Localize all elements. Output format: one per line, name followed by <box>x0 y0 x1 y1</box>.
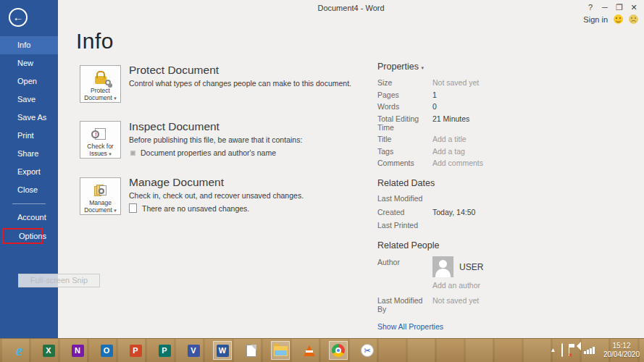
prop-label: Total Editing Time <box>377 114 432 132</box>
sidebar-item-share[interactable]: Share <box>0 145 58 163</box>
sidebar-item-save-as[interactable]: Save As <box>0 109 58 127</box>
chevron-down-icon: ▾ <box>421 65 424 70</box>
manage-bullet-row[interactable]: There are no unsaved changes. <box>130 204 304 213</box>
last-modified-by-label: Last Modified By <box>377 296 432 313</box>
chevron-down-icon: ▾ <box>114 96 117 101</box>
properties-header[interactable]: Properties ▾ <box>377 62 540 72</box>
prop-label: Tags <box>377 147 432 156</box>
smiley-sad-icon[interactable] <box>629 14 638 24</box>
volume-icon[interactable] <box>575 344 578 357</box>
avatar[interactable] <box>432 256 453 277</box>
file-explorer-icon[interactable] <box>271 341 290 360</box>
minimize-button[interactable]: ─ <box>598 0 612 14</box>
clock[interactable]: 15:12 20/04/2020 <box>603 342 640 359</box>
chevron-down-icon: ▾ <box>109 151 112 156</box>
sign-in-link[interactable]: Sign in <box>583 15 608 24</box>
related-people-heading: Related People <box>377 240 540 251</box>
internet-explorer-icon[interactable]: e <box>10 341 29 360</box>
prop-value-editing-time: 21 Minutes <box>432 114 540 132</box>
close-button[interactable]: ✕ <box>627 0 641 14</box>
manage-bullet-text: There are no unsaved changes. <box>142 204 249 213</box>
sidebar-item-options[interactable]: Options <box>2 228 43 244</box>
date-value-last-printed <box>432 221 540 230</box>
help-button[interactable]: ? <box>583 0 598 14</box>
magnifier-icon <box>99 188 104 194</box>
prop-add-comments[interactable]: Add comments <box>432 159 540 167</box>
check-for-issues-button[interactable]: Check for Issues ▾ <box>80 121 121 159</box>
prop-value-pages: 1 <box>432 90 540 99</box>
lock-key-icon <box>95 76 106 84</box>
window-controls: ? ─ ❐ ✕ <box>583 0 641 14</box>
prop-label: Pages <box>377 90 432 99</box>
manage-document-button[interactable]: Manage Document ▾ <box>80 177 121 215</box>
restore-button[interactable]: ❐ <box>612 0 627 14</box>
vlc-icon[interactable] <box>300 341 319 360</box>
date-label: Created <box>377 208 432 216</box>
date-label: Last Printed <box>377 221 432 230</box>
sidebar-item-info[interactable]: Info <box>0 36 58 54</box>
word-icon[interactable]: W <box>213 341 232 360</box>
author-name: USER <box>459 262 483 272</box>
title-bar: Document4 - Word ? ─ ❐ ✕ <box>58 0 644 16</box>
sidebar-item-export[interactable]: Export <box>0 163 58 181</box>
sidebar-item-account[interactable]: Account <box>0 209 58 227</box>
show-all-properties-link[interactable]: Show All Properties <box>377 322 540 331</box>
back-button[interactable]: ← <box>9 8 28 27</box>
inspect-bullet-row: Document properties and author's name <box>130 148 302 157</box>
action-center-flag-icon[interactable] <box>569 344 569 357</box>
inspect-document-description: Before publishing this file, be aware th… <box>129 135 302 144</box>
network-signal-icon[interactable] <box>584 347 595 354</box>
smiley-happy-icon[interactable] <box>614 14 623 24</box>
tray-device-icon[interactable] <box>561 344 563 357</box>
inspect-document-section: Inspect Document Before publishing this … <box>129 120 302 157</box>
date-value-created: Today, 14:50 <box>432 208 540 216</box>
taskbar-apps: e X N O P P V W ✂ <box>10 341 377 360</box>
prop-value-size: Not saved yet <box>432 78 540 87</box>
excel-icon[interactable]: X <box>39 341 58 360</box>
protect-document-heading: Protect Document <box>129 64 351 77</box>
fullscreen-snip-tooltip: Full-screen Snip <box>18 274 100 287</box>
prop-add-title[interactable]: Add a title <box>432 135 540 143</box>
snipping-tool-icon[interactable]: ✂ <box>358 341 377 360</box>
sidebar-item-new[interactable]: New <box>0 54 58 72</box>
prop-label: Comments <box>377 159 432 167</box>
manage-document-icon <box>94 185 107 196</box>
properties-panel: Properties ▾ Size Not saved yet Pages 1 … <box>377 62 540 331</box>
add-author-link[interactable]: Add an author <box>432 281 540 290</box>
protect-document-section: Protect Document Control what types of c… <box>129 64 351 88</box>
prop-add-tag[interactable]: Add a tag <box>432 147 540 156</box>
sidebar-item-open[interactable]: Open <box>0 72 58 90</box>
publisher-icon[interactable]: P <box>155 341 174 360</box>
prop-label: Title <box>377 135 432 143</box>
signin-row: Sign in <box>583 14 638 24</box>
date-label: Last Modified <box>377 194 432 203</box>
tray-date: 20/04/2020 <box>603 350 640 359</box>
related-dates-heading: Related Dates <box>377 178 540 188</box>
notepad-icon[interactable] <box>242 341 261 360</box>
manage-button-label: Manage Document <box>84 199 112 214</box>
prop-value-words: 0 <box>432 102 540 111</box>
window-title: Document4 - Word <box>58 0 644 16</box>
sidebar-item-save[interactable]: Save <box>0 90 58 109</box>
visio-icon[interactable]: V <box>184 341 203 360</box>
last-modified-by-row: Last Modified By Not saved yet <box>377 296 540 313</box>
protect-document-description: Control what types of changes people can… <box>129 79 351 88</box>
powerpoint-icon[interactable]: P <box>126 341 145 360</box>
system-tray: ▲ 15:12 20/04/2020 <box>551 338 640 362</box>
chrome-icon[interactable] <box>329 341 348 360</box>
sidebar-item-close[interactable]: Close <box>0 181 58 199</box>
show-hidden-icons-arrow[interactable]: ▲ <box>551 347 556 353</box>
inspect-document-heading: Inspect Document <box>129 120 302 133</box>
prop-label: Words <box>377 102 432 111</box>
related-dates-grid: Last Modified Created Today, 14:50 Last … <box>377 194 540 230</box>
sidebar-nav: Info New Open Save Save As Print Share E… <box>0 36 58 244</box>
chevron-down-icon: ▾ <box>114 208 117 213</box>
onenote-icon[interactable]: N <box>68 341 87 360</box>
outlook-icon[interactable]: O <box>97 341 116 360</box>
sidebar-item-print[interactable]: Print <box>0 127 58 145</box>
page-title: Info <box>76 29 114 54</box>
author-label: Author <box>377 256 432 277</box>
date-value-last-modified <box>432 194 540 203</box>
protect-document-button[interactable]: Protect Document ▾ <box>80 65 121 103</box>
inspect-bullet-text: Document properties and author's name <box>141 148 276 157</box>
